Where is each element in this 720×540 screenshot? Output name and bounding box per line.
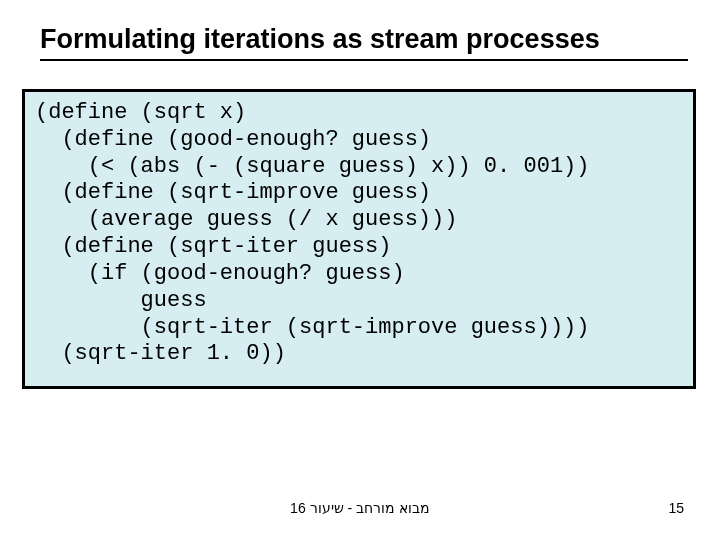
title-underline (40, 59, 688, 61)
footer-center: מבוא מורחב - שיעור 16 (0, 500, 720, 516)
slide: Formulating iterations as stream process… (0, 0, 720, 540)
page-number: 15 (668, 500, 684, 516)
code-box: (define (sqrt x) (define (good-enough? g… (22, 89, 696, 389)
slide-title: Formulating iterations as stream process… (40, 24, 692, 55)
code-block: (define (sqrt x) (define (good-enough? g… (35, 100, 683, 368)
